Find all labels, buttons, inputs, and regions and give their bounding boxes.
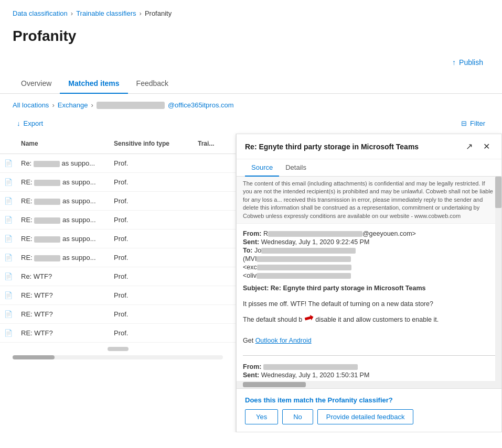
- row-train: [194, 309, 236, 320]
- page-title: Profanity: [0, 23, 502, 55]
- row-type: Prof.: [110, 286, 194, 304]
- from-email-blurred: [268, 231, 362, 237]
- filter-icon: ⊟: [461, 119, 467, 127]
- row-train: [194, 271, 236, 282]
- row-type: Prof.: [110, 211, 194, 229]
- row-train: [194, 328, 236, 338]
- location-exchange[interactable]: Exchange: [58, 101, 88, 109]
- no-button[interactable]: No: [282, 409, 313, 424]
- tab-feedback[interactable]: Feedback: [128, 74, 177, 94]
- email-divider: [243, 355, 495, 356]
- table-row[interactable]: 📄 RE: WTF? Prof.: [0, 286, 236, 305]
- table-row[interactable]: 📄 RE: as suppo... Prof.: [0, 192, 236, 211]
- col-icon: [0, 137, 17, 150]
- file-icon: 📄: [0, 267, 17, 286]
- body-line1: It pisses me off. WTF! The default of tu…: [243, 299, 495, 309]
- location-bar: All locations › Exchange › @office365itp…: [0, 94, 502, 114]
- row-train: [194, 196, 236, 206]
- breadcrumb-trainable-classifiers[interactable]: Trainable classifiers: [76, 9, 136, 17]
- from-label: From:: [243, 230, 261, 237]
- row-train: [194, 215, 236, 225]
- tabs: Overview Matched items Feedback: [0, 74, 502, 94]
- table-row[interactable]: 📄 RE: WTF? Prof.: [0, 324, 236, 343]
- detail-actions: ↗ ✕: [463, 140, 493, 152]
- from-section: From: Sent: Wednesday, July 1, 2020 1:50…: [237, 360, 501, 381]
- file-icon: 📄: [0, 324, 17, 342]
- detail-title: Re: Egnyte third party storage in Micros…: [245, 143, 463, 151]
- table-row[interactable]: 📄 RE: as suppo... Prof.: [0, 248, 236, 267]
- detail-body[interactable]: The content of this email (including att…: [237, 177, 501, 381]
- detail-tabs: Source Details: [237, 159, 501, 177]
- detail-tab-source[interactable]: Source: [245, 159, 279, 177]
- detail-panel: Re: Egnyte third party storage in Micros…: [236, 134, 502, 432]
- row-train: [194, 177, 236, 188]
- file-icon: 📄: [0, 154, 17, 172]
- row-name: RE: as suppo...: [17, 192, 110, 210]
- col-train: Trai...: [194, 137, 236, 150]
- location-all[interactable]: All locations: [13, 101, 49, 109]
- h-scroll-thumb: [243, 382, 306, 387]
- table-row[interactable]: 📄 RE: WTF? Prof.: [0, 305, 236, 324]
- file-icon: 📄: [0, 173, 17, 191]
- email-meta: From: R@geeyouen.com> Sent: Wednesday, J…: [237, 224, 501, 282]
- filter-button[interactable]: ⊟ Filter: [457, 117, 489, 129]
- sent-date: Wednesday, July 1, 2020 9:22:45 PM: [261, 238, 370, 246]
- provide-feedback-button[interactable]: Provide detailed feedback: [317, 409, 414, 424]
- table-row[interactable]: 📄 RE: as suppo... Prof.: [0, 211, 236, 230]
- row-train: [194, 290, 236, 301]
- breadcrumb: Data classification › Trainable classifi…: [0, 0, 502, 23]
- body-line2: The default should b ➡ disable it and al…: [243, 309, 495, 326]
- col-name: Name: [17, 137, 110, 150]
- outlook-link-line: Get Outlook for Android: [243, 336, 495, 346]
- row-name: RE: WTF?: [17, 305, 110, 323]
- to-label: To:: [243, 247, 253, 254]
- row-name: RE: as suppo...: [17, 173, 110, 191]
- row-train: [194, 253, 236, 263]
- row-train: [194, 158, 236, 169]
- publish-button[interactable]: ↑ Publish: [446, 55, 489, 70]
- table-row[interactable]: 📄 RE: as suppo... Prof.: [0, 230, 236, 248]
- table-header: Name Sensitive info type Trai...: [0, 134, 236, 154]
- horizontal-scroll[interactable]: [237, 381, 501, 388]
- close-icon[interactable]: ✕: [480, 140, 493, 152]
- file-icon: 📄: [0, 230, 17, 248]
- row-name: RE: as suppo...: [17, 211, 110, 229]
- publish-row: ↑ Publish: [0, 55, 502, 74]
- row-name: RE: as suppo...: [17, 248, 110, 267]
- row-type: Prof.: [110, 267, 194, 286]
- vertical-scrollbar[interactable]: [495, 177, 501, 381]
- scroll-indicator: [108, 347, 129, 351]
- sent-label: Sent:: [243, 238, 259, 246]
- file-icon: 📄: [0, 211, 17, 229]
- row-type: Prof.: [110, 192, 194, 210]
- breadcrumb-data-classification[interactable]: Data classification: [13, 9, 68, 17]
- upload-icon: ↑: [452, 58, 456, 67]
- expand-icon[interactable]: ↗: [463, 140, 476, 152]
- tab-matched-items[interactable]: Matched items: [60, 74, 127, 94]
- export-button[interactable]: ↓ Export: [13, 117, 47, 129]
- main-area: Name Sensitive info type Trai... 📄 Re: a…: [0, 134, 502, 432]
- col-type: Sensitive info type: [110, 137, 194, 150]
- sent2-date: Wednesday, July 1, 2020 1:50:31 PM: [261, 371, 370, 379]
- table-row[interactable]: 📄 Re: as suppo... Prof.: [0, 154, 236, 173]
- row-type: Prof.: [110, 248, 194, 267]
- download-icon: ↓: [17, 119, 20, 127]
- yes-button[interactable]: Yes: [245, 409, 278, 424]
- table-row[interactable]: 📄 RE: as suppo... Prof.: [0, 173, 236, 192]
- toolbar: ↓ Export ⊟ Filter: [0, 114, 502, 134]
- row-train: [194, 234, 236, 244]
- location-email: [97, 102, 165, 109]
- tab-overview[interactable]: Overview: [13, 74, 60, 94]
- row-type: Prof.: [110, 230, 194, 248]
- email-disclaimer: The content of this email (including att…: [237, 177, 501, 224]
- detail-tab-details[interactable]: Details: [279, 159, 313, 177]
- outlook-link[interactable]: Outlook for Android: [255, 337, 312, 344]
- table-row[interactable]: 📄 Re: WTF? Prof.: [0, 267, 236, 286]
- from2-label: From:: [243, 363, 261, 370]
- row-name: Re: as suppo...: [17, 154, 110, 172]
- row-name: RE: WTF?: [17, 286, 110, 304]
- row-type: Prof.: [110, 154, 194, 172]
- detail-header: Re: Egnyte third party storage in Micros…: [237, 134, 501, 159]
- horizontal-scrollbar[interactable]: [13, 355, 223, 359]
- table-container: Name Sensitive info type Trai... 📄 Re: a…: [0, 134, 236, 432]
